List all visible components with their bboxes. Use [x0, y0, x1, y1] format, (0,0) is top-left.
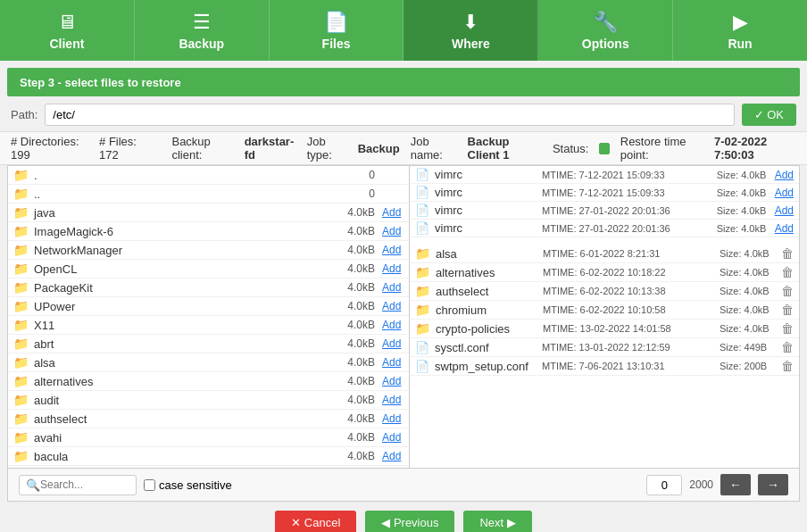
add-link-right[interactable]: Add: [775, 222, 794, 235]
file-name: NetworkManager: [34, 244, 339, 257]
file-size: 4.0kB: [339, 450, 375, 462]
add-link[interactable]: Add: [382, 375, 404, 387]
page-input[interactable]: [646, 475, 682, 495]
right-file-name: vimrc: [435, 186, 542, 199]
delete-icon[interactable]: 🗑: [781, 359, 794, 373]
right-file-name: vimrc: [435, 204, 542, 217]
right-size: Size: 4.0kB: [720, 323, 778, 334]
add-link[interactable]: Add: [382, 262, 404, 275]
files-icon: 📄: [324, 11, 348, 34]
backup-icon: ☰: [193, 11, 211, 34]
cancel-button[interactable]: ✕ Cancel: [275, 511, 356, 532]
folder-icon: 📁: [13, 205, 29, 220]
nav-item-files[interactable]: 📄 Files: [270, 0, 404, 61]
file-name: ..: [34, 187, 339, 201]
file-icon: 📄: [415, 186, 429, 199]
right-size: Size: 4.0kB: [717, 187, 775, 198]
add-link[interactable]: Add: [382, 244, 404, 256]
case-sensitive-check[interactable]: case sensitive: [144, 478, 232, 492]
status-label: Status:: [553, 142, 588, 155]
step-header: Step 3 - select files to restore: [7, 68, 800, 96]
prev-page-button[interactable]: ←: [720, 474, 751, 495]
file-size: 4.0kB: [339, 206, 375, 219]
next-button[interactable]: Next ▶: [463, 511, 531, 532]
right-file-row: 📄 vimrc MTIME: 7-12-2021 15:09:33 Size: …: [410, 166, 799, 184]
left-file-row: 📁 X11 4.0kB Add: [8, 316, 409, 335]
nav-label-where: Where: [452, 37, 490, 51]
nav-label-backup: Backup: [179, 37, 224, 51]
next-page-button[interactable]: →: [758, 474, 788, 495]
right-file-name: alternatives: [436, 266, 543, 279]
backup-client-label: Backup client:: [171, 135, 233, 162]
nav-label-client: Client: [49, 37, 84, 51]
right-file-row: 📁 authselect MTIME: 6-02-2022 10:13:38 S…: [410, 282, 799, 301]
job-name-label: Job name:: [411, 135, 457, 162]
right-mtime: MTIME: 7-12-2021 15:09:33: [542, 170, 717, 180]
right-file-name: swtpm_setup.conf: [435, 360, 542, 373]
right-size: Size: 4.0kB: [720, 248, 778, 259]
info-bar: # Directories: 199 # Files: 172 Backup c…: [0, 131, 807, 165]
delete-icon[interactable]: 🗑: [781, 265, 794, 279]
add-link[interactable]: Add: [382, 431, 404, 444]
path-input[interactable]: [45, 104, 734, 126]
job-name-value: Backup Client 1: [468, 135, 542, 162]
delete-icon[interactable]: 🗑: [781, 303, 794, 317]
delete-icon[interactable]: 🗑: [781, 340, 794, 354]
left-file-row: 📁 OpenCL 4.0kB Add: [8, 260, 409, 278]
file-name: OpenCL: [34, 262, 339, 276]
folder-icon: 📁: [13, 280, 29, 295]
left-file-row: 📁 alsa 4.0kB Add: [8, 353, 409, 372]
add-link[interactable]: Add: [382, 356, 404, 369]
nav-item-options[interactable]: 🔧 Options: [538, 0, 673, 61]
add-link[interactable]: Add: [382, 281, 404, 294]
add-link[interactable]: Add: [382, 394, 404, 406]
add-link[interactable]: Add: [382, 225, 404, 237]
delete-icon[interactable]: 🗑: [781, 246, 794, 261]
search-input[interactable]: [40, 478, 129, 491]
action-bar: ✕ Cancel ◀ Previous Next ▶: [0, 502, 807, 532]
file-size: 4.0kB: [339, 431, 375, 444]
nav-item-backup[interactable]: ☰ Backup: [135, 0, 270, 61]
file-name: alternatives: [34, 375, 339, 388]
right-file-row: 📄 vimrc MTIME: 7-12-2021 15:09:33 Size: …: [410, 184, 799, 202]
file-size: 4.0kB: [339, 225, 375, 237]
right-file-name: vimrc: [435, 168, 542, 181]
add-link[interactable]: Add: [382, 206, 404, 219]
restore-time-label: Restore time point:: [620, 135, 703, 162]
add-link[interactable]: Add: [382, 412, 404, 425]
add-link-right[interactable]: Add: [775, 169, 794, 181]
add-link[interactable]: Add: [382, 319, 404, 331]
case-sensitive-checkbox[interactable]: [144, 479, 155, 491]
delete-icon[interactable]: 🗑: [781, 284, 794, 298]
folder-icon: 📁: [13, 224, 29, 238]
nav-item-where[interactable]: ⬇ Where: [404, 0, 538, 61]
add-link[interactable]: Add: [382, 337, 404, 350]
right-size: Size: 449B: [720, 342, 778, 353]
delete-icon[interactable]: 🗑: [781, 321, 794, 336]
folder-icon: 📁: [415, 284, 430, 298]
nav-item-client[interactable]: 🖥 Client: [0, 0, 135, 61]
run-icon: ▶: [733, 11, 748, 34]
add-link[interactable]: Add: [382, 450, 404, 462]
ok-button[interactable]: OK: [742, 104, 796, 126]
left-file-row: 📁 java 4.0kB Add: [8, 204, 409, 222]
right-size: Size: 4.0kB: [717, 205, 775, 216]
add-link-right[interactable]: Add: [775, 187, 794, 199]
folder-icon: 📁: [13, 374, 29, 388]
right-file-row: 📄 sysctl.conf MTIME: 13-01-2022 12:12:59…: [410, 338, 799, 357]
add-link[interactable]: Add: [382, 300, 404, 312]
left-file-row: 📁 avahi 4.0kB Add: [8, 428, 409, 447]
left-file-row: 📁 .. 0: [8, 185, 409, 204]
previous-button[interactable]: ◀ Previous: [365, 511, 454, 532]
nav-item-run[interactable]: ▶ Run: [673, 0, 807, 61]
right-file-name: chromium: [436, 303, 543, 317]
job-type-value: Backup: [358, 142, 400, 155]
add-link-right[interactable]: Add: [775, 204, 794, 217]
file-name: authselect: [34, 412, 339, 426]
right-file-name: vimrc: [435, 221, 542, 235]
right-file-row: 📄 vimrc MTIME: 27-01-2022 20:01:36 Size:…: [410, 220, 799, 237]
top-nav: 🖥 Client ☰ Backup 📄 Files ⬇ Where 🔧 Opti…: [0, 0, 807, 61]
folder-icon: 📁: [13, 262, 29, 276]
folder-icon: 📁: [13, 355, 29, 370]
file-size: 4.0kB: [339, 300, 375, 312]
